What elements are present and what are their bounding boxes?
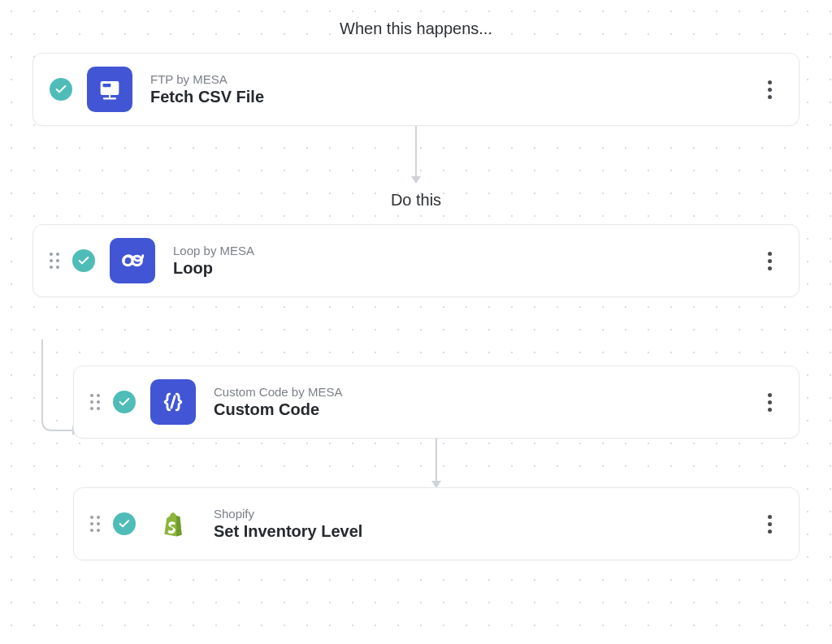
step-title: Fetch CSV File <box>150 88 756 106</box>
status-check-icon <box>50 78 72 101</box>
step-title: Set Inventory Level <box>214 522 756 541</box>
svg-rect-1 <box>103 84 111 87</box>
drag-handle-icon[interactable] <box>50 251 63 270</box>
loop-infinity-icon <box>110 238 155 283</box>
step-app-label: Loop by MESA <box>173 244 756 257</box>
code-braces-icon <box>150 379 196 425</box>
ftp-folder-icon <box>87 67 132 112</box>
step-title: Loop <box>173 259 756 278</box>
step-title: Custom Code <box>214 400 756 419</box>
action-section-heading: Do this <box>0 191 832 210</box>
trigger-section-heading: When this happens... <box>0 19 832 38</box>
drag-handle-icon[interactable] <box>90 392 103 412</box>
arrow-connector <box>0 126 832 183</box>
step-app-label: FTP by MESA <box>150 72 756 86</box>
step-text: FTP by MESA Fetch CSV File <box>150 72 756 106</box>
arrow-connector <box>41 439 832 487</box>
loop-step-card[interactable]: Loop by MESA Loop <box>32 224 800 297</box>
step-text: Shopify Set Inventory Level <box>214 507 756 541</box>
more-options-button[interactable] <box>756 384 782 420</box>
step-text: Custom Code by MESA Custom Code <box>214 385 756 419</box>
shopify-step-card[interactable]: Shopify Set Inventory Level <box>73 487 800 560</box>
status-check-icon <box>72 249 95 272</box>
more-options-button[interactable] <box>756 243 782 279</box>
status-check-icon <box>113 512 136 535</box>
status-check-icon <box>113 391 136 413</box>
step-app-label: Shopify <box>214 507 756 521</box>
trigger-step-card[interactable]: FTP by MESA Fetch CSV File <box>32 53 800 126</box>
step-text: Loop by MESA Loop <box>173 244 756 278</box>
workflow-canvas: When this happens... FTP by MESA Fetch C… <box>0 0 832 644</box>
step-app-label: Custom Code by MESA <box>214 385 756 399</box>
drag-handle-icon[interactable] <box>90 514 103 534</box>
shopify-bag-icon <box>150 501 196 547</box>
more-options-button[interactable] <box>756 71 782 107</box>
custom-code-step-card[interactable]: Custom Code by MESA Custom Code <box>73 365 800 439</box>
svg-rect-0 <box>101 81 119 95</box>
more-options-button[interactable] <box>756 506 782 542</box>
